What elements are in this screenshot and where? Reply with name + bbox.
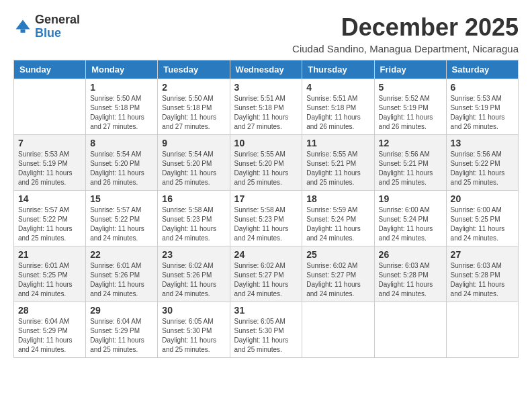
calendar-cell: 26Sunrise: 6:03 AM Sunset: 5:28 PM Dayli… — [374, 246, 446, 302]
day-number: 28 — [18, 305, 81, 316]
logo-icon — [13, 17, 32, 36]
day-info: Sunrise: 5:59 AM Sunset: 5:24 PM Dayligh… — [306, 205, 369, 243]
day-number: 6 — [451, 82, 514, 93]
calendar-table: SundayMondayTuesdayWednesdayThursdayFrid… — [13, 60, 519, 358]
logo-general: General — [35, 13, 80, 26]
svg-marker-0 — [16, 19, 30, 29]
day-info: Sunrise: 5:54 AM Sunset: 5:20 PM Dayligh… — [90, 150, 153, 187]
day-info: Sunrise: 5:58 AM Sunset: 5:23 PM Dayligh… — [234, 205, 298, 243]
day-info: Sunrise: 5:50 AM Sunset: 5:18 PM Dayligh… — [162, 94, 225, 132]
page-header: General Blue December 2025 Ciudad Sandin… — [13, 13, 519, 54]
calendar-cell: 10Sunrise: 5:55 AM Sunset: 5:20 PM Dayli… — [230, 135, 302, 191]
day-info: Sunrise: 6:00 AM Sunset: 5:24 PM Dayligh… — [379, 205, 442, 243]
svg-rect-1 — [21, 29, 26, 32]
day-number: 1 — [90, 82, 153, 93]
day-number: 23 — [162, 249, 225, 260]
calendar-cell: 17Sunrise: 5:58 AM Sunset: 5:23 PM Dayli… — [230, 191, 302, 246]
calendar-week-row: 7Sunrise: 5:53 AM Sunset: 5:19 PM Daylig… — [14, 135, 519, 191]
month-title: December 2025 — [292, 13, 519, 42]
calendar-cell — [302, 302, 374, 358]
calendar-cell — [374, 302, 446, 358]
day-number: 20 — [451, 193, 514, 204]
logo: General Blue — [13, 13, 80, 40]
day-number: 30 — [162, 305, 225, 316]
day-info: Sunrise: 5:55 AM Sunset: 5:20 PM Dayligh… — [234, 150, 298, 187]
day-number: 9 — [162, 138, 225, 148]
day-number: 12 — [379, 138, 442, 148]
day-number: 13 — [451, 138, 514, 148]
calendar-cell — [14, 79, 86, 135]
calendar-cell: 11Sunrise: 5:55 AM Sunset: 5:21 PM Dayli… — [302, 135, 374, 191]
calendar-week-row: 28Sunrise: 6:04 AM Sunset: 5:29 PM Dayli… — [14, 302, 519, 358]
day-number: 21 — [18, 249, 81, 260]
day-number: 27 — [451, 249, 514, 260]
day-info: Sunrise: 5:54 AM Sunset: 5:20 PM Dayligh… — [162, 150, 225, 187]
day-number: 17 — [234, 193, 298, 204]
calendar-week-row: 1Sunrise: 5:50 AM Sunset: 5:18 PM Daylig… — [14, 79, 519, 135]
day-info: Sunrise: 6:03 AM Sunset: 5:28 PM Dayligh… — [451, 261, 514, 299]
calendar-cell: 8Sunrise: 5:54 AM Sunset: 5:20 PM Daylig… — [86, 135, 158, 191]
calendar-cell: 7Sunrise: 5:53 AM Sunset: 5:19 PM Daylig… — [14, 135, 86, 191]
weekday-header: Friday — [374, 60, 446, 79]
day-number: 24 — [234, 249, 298, 260]
day-info: Sunrise: 5:58 AM Sunset: 5:23 PM Dayligh… — [162, 205, 225, 243]
day-number: 7 — [18, 138, 81, 148]
logo-blue: Blue — [35, 26, 61, 40]
day-info: Sunrise: 5:51 AM Sunset: 5:18 PM Dayligh… — [234, 94, 298, 132]
calendar-cell: 2Sunrise: 5:50 AM Sunset: 5:18 PM Daylig… — [158, 79, 230, 135]
calendar-cell: 20Sunrise: 6:00 AM Sunset: 5:25 PM Dayli… — [446, 191, 518, 246]
day-info: Sunrise: 6:02 AM Sunset: 5:27 PM Dayligh… — [234, 261, 298, 299]
day-number: 19 — [379, 193, 442, 204]
calendar-cell — [446, 302, 518, 358]
day-info: Sunrise: 6:04 AM Sunset: 5:29 PM Dayligh… — [90, 317, 153, 355]
calendar-cell: 18Sunrise: 5:59 AM Sunset: 5:24 PM Dayli… — [302, 191, 374, 246]
day-number: 8 — [90, 138, 153, 148]
calendar-cell: 23Sunrise: 6:02 AM Sunset: 5:26 PM Dayli… — [158, 246, 230, 302]
day-number: 22 — [90, 249, 153, 260]
day-number: 25 — [306, 249, 369, 260]
day-number: 16 — [162, 193, 225, 204]
calendar-cell: 3Sunrise: 5:51 AM Sunset: 5:18 PM Daylig… — [230, 79, 302, 135]
weekday-header: Saturday — [446, 60, 518, 79]
day-info: Sunrise: 5:57 AM Sunset: 5:22 PM Dayligh… — [18, 205, 81, 243]
day-number: 26 — [379, 249, 442, 260]
location-subtitle: Ciudad Sandino, Managua Department, Nica… — [292, 43, 519, 54]
day-info: Sunrise: 5:57 AM Sunset: 5:22 PM Dayligh… — [90, 205, 153, 243]
calendar-cell: 4Sunrise: 5:51 AM Sunset: 5:18 PM Daylig… — [302, 79, 374, 135]
calendar-week-row: 21Sunrise: 6:01 AM Sunset: 5:25 PM Dayli… — [14, 246, 519, 302]
weekday-header: Tuesday — [158, 60, 230, 79]
calendar-cell: 14Sunrise: 5:57 AM Sunset: 5:22 PM Dayli… — [14, 191, 86, 246]
calendar-cell: 1Sunrise: 5:50 AM Sunset: 5:18 PM Daylig… — [86, 79, 158, 135]
calendar-cell: 29Sunrise: 6:04 AM Sunset: 5:29 PM Dayli… — [86, 302, 158, 358]
day-info: Sunrise: 5:56 AM Sunset: 5:22 PM Dayligh… — [451, 150, 514, 187]
weekday-header: Monday — [86, 60, 158, 79]
day-number: 4 — [306, 82, 369, 93]
day-info: Sunrise: 5:56 AM Sunset: 5:21 PM Dayligh… — [379, 150, 442, 187]
day-info: Sunrise: 6:02 AM Sunset: 5:27 PM Dayligh… — [306, 261, 369, 299]
calendar-cell: 13Sunrise: 5:56 AM Sunset: 5:22 PM Dayli… — [446, 135, 518, 191]
day-info: Sunrise: 6:01 AM Sunset: 5:26 PM Dayligh… — [90, 261, 153, 299]
day-info: Sunrise: 5:53 AM Sunset: 5:19 PM Dayligh… — [18, 150, 81, 187]
day-info: Sunrise: 6:00 AM Sunset: 5:25 PM Dayligh… — [451, 205, 514, 243]
calendar-header-row: SundayMondayTuesdayWednesdayThursdayFrid… — [14, 60, 519, 79]
title-area: December 2025 Ciudad Sandino, Managua De… — [292, 13, 519, 54]
day-info: Sunrise: 6:02 AM Sunset: 5:26 PM Dayligh… — [162, 261, 225, 299]
weekday-header: Thursday — [302, 60, 374, 79]
day-number: 11 — [306, 138, 369, 148]
logo-text: General Blue — [35, 13, 80, 40]
day-info: Sunrise: 5:55 AM Sunset: 5:21 PM Dayligh… — [306, 150, 369, 187]
day-info: Sunrise: 5:52 AM Sunset: 5:19 PM Dayligh… — [379, 94, 442, 132]
calendar-cell: 19Sunrise: 6:00 AM Sunset: 5:24 PM Dayli… — [374, 191, 446, 246]
day-number: 29 — [90, 305, 153, 316]
day-info: Sunrise: 6:04 AM Sunset: 5:29 PM Dayligh… — [18, 317, 81, 355]
day-number: 3 — [234, 82, 298, 93]
day-info: Sunrise: 5:50 AM Sunset: 5:18 PM Dayligh… — [90, 94, 153, 132]
weekday-header: Wednesday — [230, 60, 302, 79]
day-number: 5 — [379, 82, 442, 93]
day-number: 15 — [90, 193, 153, 204]
day-info: Sunrise: 6:05 AM Sunset: 5:30 PM Dayligh… — [234, 317, 298, 355]
calendar-cell: 22Sunrise: 6:01 AM Sunset: 5:26 PM Dayli… — [86, 246, 158, 302]
calendar-cell: 15Sunrise: 5:57 AM Sunset: 5:22 PM Dayli… — [86, 191, 158, 246]
calendar-cell: 25Sunrise: 6:02 AM Sunset: 5:27 PM Dayli… — [302, 246, 374, 302]
day-number: 2 — [162, 82, 225, 93]
